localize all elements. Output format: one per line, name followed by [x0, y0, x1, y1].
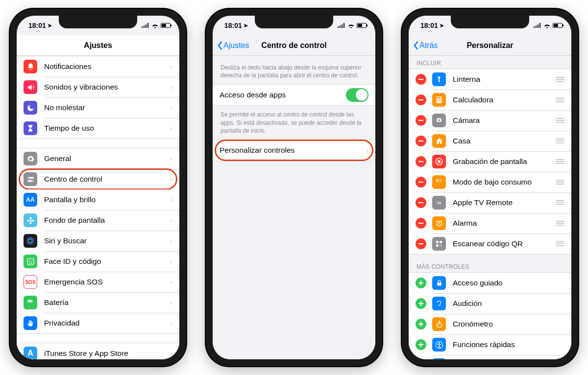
- location-icon: ➤: [244, 23, 248, 29]
- settings-row-privacidad[interactable]: Privacidad›: [17, 313, 179, 333]
- control-row-lupa[interactable]: Lupa: [409, 355, 571, 359]
- control-row-apple-tv-remote[interactable]: tvApple TV Remote: [409, 192, 571, 213]
- add-button[interactable]: [416, 339, 426, 350]
- settings-row-itunes-store-y-app-store[interactable]: AiTunes Store y App Store›: [17, 343, 179, 359]
- settings-row-emergencia-sos[interactable]: SOSEmergencia SOS›: [17, 272, 179, 292]
- reorder-grip-icon[interactable]: [556, 97, 564, 102]
- settings-row-siri-y-buscar[interactable]: Siri y Buscar›: [17, 231, 179, 251]
- screen-3: 18:01 ➤ Atrás Personalizar INCLUIR Linte…: [409, 16, 571, 359]
- status-right: [338, 23, 367, 28]
- remove-button[interactable]: [416, 156, 426, 167]
- gear-icon: [24, 152, 37, 165]
- cellular-icon: [338, 23, 345, 28]
- remove-button[interactable]: [416, 115, 426, 126]
- settings-row-pantalla-y-brillo[interactable]: AAPantalla y brillo›: [17, 189, 179, 210]
- location-icon: ➤: [48, 23, 52, 29]
- control-row-alarma[interactable]: Alarma: [409, 213, 571, 234]
- reorder-grip-icon[interactable]: [556, 180, 564, 185]
- settings-list[interactable]: Notificaciones›Sonidos y vibraciones›No …: [17, 56, 179, 359]
- add-button[interactable]: [416, 298, 426, 309]
- A-icon: A: [24, 347, 37, 359]
- svg-rect-50: [418, 282, 423, 283]
- settings-row-sonidos-y-vibraciones[interactable]: Sonidos y vibraciones›: [17, 77, 179, 97]
- remove-button[interactable]: [416, 238, 426, 249]
- more-header: MÁS CONTROLES: [409, 259, 571, 272]
- settings-row-bater-a[interactable]: Batería›: [17, 292, 179, 313]
- customize-list[interactable]: INCLUIR LinternaCalculadoraCámaraCasaGra…: [409, 56, 571, 359]
- svg-point-26: [440, 99, 441, 100]
- control-row-cron-metro[interactable]: Cronómetro: [409, 314, 571, 334]
- camera-icon: [432, 114, 446, 127]
- swipe-note: Desliza el dedo hacia abajo desde la esq…: [213, 56, 375, 84]
- reorder-grip-icon[interactable]: [556, 77, 564, 82]
- chevron-right-icon: ›: [170, 258, 172, 265]
- settings-row-general[interactable]: General›: [17, 148, 179, 169]
- svg-rect-55: [418, 324, 423, 325]
- access-within-apps-row[interactable]: Acceso desde apps: [213, 85, 375, 105]
- settings-row-face-id-y-c-digo[interactable]: Face ID y código›: [17, 251, 179, 272]
- settings-row-no-molestar[interactable]: No molestar›: [17, 97, 179, 118]
- remove-button[interactable]: [416, 74, 426, 85]
- notch: [451, 16, 529, 28]
- svg-point-12: [29, 260, 30, 261]
- control-row-funciones-r-pidas[interactable]: Funciones rápidas: [409, 334, 571, 355]
- row-label: Notificaciones: [44, 62, 170, 71]
- control-row-calculadora[interactable]: Calculadora: [409, 90, 571, 110]
- settings-row-fondo-de-pantalla[interactable]: Fondo de pantalla›: [17, 210, 179, 231]
- settings-row-notificaciones[interactable]: Notificaciones›: [17, 56, 179, 77]
- add-button[interactable]: [416, 319, 426, 329]
- reorder-grip-icon[interactable]: [556, 221, 564, 226]
- svg-point-27: [437, 101, 438, 102]
- reorder-grip-icon[interactable]: [556, 200, 564, 205]
- customize-controls-row[interactable]: Personalizar controles ›: [213, 140, 375, 161]
- row-label: Acceso guiado: [453, 279, 564, 287]
- add-button[interactable]: [416, 278, 426, 288]
- chevron-right-icon: ›: [170, 83, 172, 91]
- svg-rect-11: [27, 258, 34, 265]
- access-toggle[interactable]: [346, 88, 368, 102]
- svg-point-25: [439, 99, 440, 100]
- back-button[interactable]: Ajustes: [217, 41, 249, 50]
- svg-rect-20: [418, 79, 423, 80]
- control-row-casa[interactable]: Casa: [409, 131, 571, 151]
- reorder-grip-icon[interactable]: [556, 139, 564, 143]
- control-row-audici-n[interactable]: Audición: [409, 293, 571, 314]
- row-label: Fondo de pantalla: [44, 216, 170, 225]
- page-title: Ajustes: [84, 41, 112, 50]
- control-row-linterna[interactable]: Linterna: [409, 69, 571, 90]
- remove-button[interactable]: [416, 177, 426, 188]
- remove-button[interactable]: [416, 136, 426, 146]
- control-row-escanear-c-digo-qr[interactable]: Escanear código QR: [409, 234, 571, 254]
- svg-point-4: [29, 219, 31, 221]
- svg-point-1: [28, 177, 29, 179]
- control-row-grabaci-n-de-pantalla[interactable]: Grabación de pantalla: [409, 151, 571, 172]
- reorder-grip-icon[interactable]: [556, 241, 564, 246]
- stopwatch-icon: [432, 317, 446, 331]
- status-time: 18:01: [420, 22, 438, 29]
- row-label: Funciones rápidas: [453, 340, 564, 349]
- control-row-c-mara[interactable]: Cámara: [409, 110, 571, 131]
- settings-row-tiempo-de-uso[interactable]: Tiempo de uso›: [17, 118, 179, 139]
- svg-rect-46: [436, 244, 439, 247]
- svg-rect-39: [441, 180, 441, 181]
- reorder-grip-icon[interactable]: [556, 118, 564, 123]
- remove-button[interactable]: [416, 218, 426, 229]
- settings-row-centro-de-control[interactable]: Centro de control›: [17, 169, 179, 189]
- navbar: Atrás Personalizar: [409, 35, 571, 56]
- control-row-acceso-guiado[interactable]: Acceso guiado: [409, 273, 571, 293]
- control-row-modo-de-bajo-consumo[interactable]: Modo de bajo consumo: [409, 172, 571, 192]
- navbar: Ajustes Centro de control: [213, 35, 375, 56]
- svg-point-9: [27, 237, 34, 244]
- AA-icon: AA: [24, 193, 37, 207]
- reorder-grip-icon[interactable]: [556, 159, 564, 164]
- battery-icon: [553, 23, 563, 28]
- svg-rect-44: [436, 241, 439, 243]
- remove-button[interactable]: [416, 94, 426, 105]
- row-label: Linterna: [453, 75, 556, 84]
- phone-frame-1: 18:01 ➤ Ajustes Notificaciones›Sonidos y…: [10, 9, 186, 366]
- remove-button[interactable]: [416, 197, 426, 208]
- row-label: Cámara: [453, 116, 556, 125]
- row-label: Audición: [453, 299, 564, 308]
- back-button[interactable]: Atrás: [413, 41, 438, 50]
- cellular-icon: [142, 23, 149, 28]
